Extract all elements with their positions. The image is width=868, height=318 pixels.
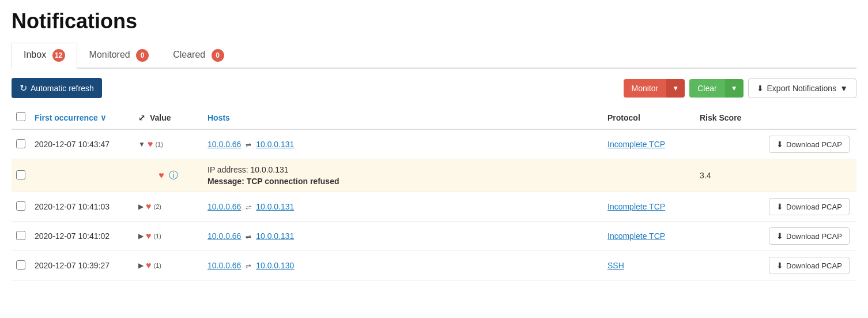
row-timestamp: 2020-12-07 10:41:02 bbox=[30, 222, 134, 251]
host-from-link[interactable]: 10.0.0.66 bbox=[207, 202, 241, 211]
download-icon: ⬇ bbox=[757, 84, 764, 93]
host-from-link[interactable]: 10.0.0.66 bbox=[207, 140, 241, 149]
host-to-link[interactable]: 10.0.0.131 bbox=[256, 202, 294, 211]
expanded-info-cell: IP address: 10.0.0.131 Message: TCP conn… bbox=[203, 159, 695, 192]
toolbar-right: Monitor ▼ Clear ▼ ⬇ Export Notifications… bbox=[624, 78, 856, 98]
expand-resize-icon: ⤢ bbox=[138, 113, 145, 122]
row-checkbox-cell bbox=[12, 251, 30, 280]
protocol-link[interactable]: SSH bbox=[607, 261, 624, 270]
col-first-label: First occurrence bbox=[35, 113, 98, 122]
export-button[interactable]: ⬇ Export Notifications ▼ bbox=[748, 78, 856, 98]
row-count-badge: (1) bbox=[155, 141, 163, 148]
heart-icon: ♥ bbox=[146, 231, 152, 241]
protocol-link[interactable]: Incomplete TCP bbox=[607, 231, 665, 241]
row-protocol-cell: SSH bbox=[603, 251, 695, 280]
toolbar: ↻ Automatic refresh Monitor ▼ Clear ▼ ⬇ … bbox=[12, 78, 856, 98]
expanded-icons-cell: ♥ ⓘ bbox=[134, 159, 203, 192]
host-to-link[interactable]: 10.0.0.130 bbox=[256, 261, 294, 270]
page-container: Notifications Inbox 12 Monitored 0 Clear… bbox=[0, 0, 868, 290]
col-protocol-header: Protocol bbox=[603, 106, 695, 129]
row-value-cell: ▶ ♥ (1) bbox=[134, 251, 203, 280]
monitor-dropdown-button[interactable]: ▼ bbox=[666, 79, 685, 98]
monitor-button-group: Monitor ▼ bbox=[624, 79, 685, 98]
row-checkbox-cell bbox=[12, 129, 30, 159]
monitor-main-button[interactable]: Monitor bbox=[624, 79, 667, 98]
auto-refresh-button[interactable]: ↻ Automatic refresh bbox=[12, 78, 102, 98]
row-action-cell: ⬇ Download PCAP bbox=[764, 129, 856, 159]
tab-inbox-label: Inbox bbox=[24, 50, 46, 59]
hosts-arrow-icon: ⇌ bbox=[246, 262, 251, 270]
expanded-msg: Message: TCP connection refused bbox=[207, 177, 690, 186]
table-row: 2020-12-07 10:39:27 ▶ ♥ (1) 10.0.0.66 ⇌ … bbox=[12, 251, 856, 280]
hosts-arrow-icon: ⇌ bbox=[246, 203, 251, 211]
download-pcap-button[interactable]: ⬇ Download PCAP bbox=[769, 257, 850, 274]
download-pcap-button[interactable]: ⬇ Download PCAP bbox=[769, 198, 850, 215]
download-pcap-button[interactable]: ⬇ Download PCAP bbox=[769, 136, 850, 153]
select-all-checkbox[interactable] bbox=[16, 112, 25, 121]
risk-score-value: 3.4 bbox=[700, 171, 711, 180]
protocol-link[interactable]: Incomplete TCP bbox=[607, 202, 665, 211]
tab-monitored[interactable]: Monitored 0 bbox=[77, 43, 161, 69]
hosts-arrow-icon: ⇌ bbox=[246, 233, 251, 241]
col-value-header: ⤢ Value bbox=[134, 106, 203, 129]
expanded-risk-cell: 3.4 bbox=[695, 159, 764, 192]
tab-cleared-label: Cleared bbox=[173, 50, 205, 59]
row-hosts-cell: 10.0.0.66 ⇌ 10.0.0.130 bbox=[203, 251, 603, 280]
tab-inbox[interactable]: Inbox 12 bbox=[12, 43, 77, 69]
row-expand-button[interactable]: ▶ bbox=[138, 203, 144, 211]
col-risk-label: Risk Score bbox=[700, 113, 741, 122]
col-hosts-header[interactable]: Hosts bbox=[203, 106, 603, 129]
row-expand-button[interactable]: ▶ bbox=[138, 261, 144, 270]
row-value-cell: ▼ ♥ (1) bbox=[134, 129, 203, 159]
export-label: Export Notifications bbox=[767, 84, 837, 93]
host-to-link[interactable]: 10.0.0.131 bbox=[256, 140, 294, 149]
row-expand-button[interactable]: ▶ bbox=[138, 232, 144, 240]
table-row: 2020-12-07 10:43:47 ▼ ♥ (1) 10.0.0.66 ⇌ … bbox=[12, 129, 856, 159]
table-row: 2020-12-07 10:41:02 ▶ ♥ (1) 10.0.0.66 ⇌ … bbox=[12, 222, 856, 251]
row-checkbox[interactable] bbox=[16, 260, 25, 270]
download-pcap-label: Download PCAP bbox=[786, 261, 842, 270]
col-first-occurrence[interactable]: First occurrence ∨ bbox=[30, 106, 134, 129]
expanded-row-checkbox[interactable] bbox=[16, 170, 25, 179]
col-risk-header: Risk Score bbox=[695, 106, 764, 129]
row-risk-cell bbox=[695, 251, 764, 280]
heart-icon: ♥ bbox=[146, 201, 152, 212]
row-protocol-cell: Incomplete TCP bbox=[603, 192, 695, 222]
expanded-heart-icon: ♥ bbox=[158, 170, 164, 180]
expanded-action-cell bbox=[764, 159, 856, 192]
host-from-link[interactable]: 10.0.0.66 bbox=[207, 261, 241, 270]
row-timestamp: 2020-12-07 10:39:27 bbox=[30, 251, 134, 280]
row-hosts-cell: 10.0.0.66 ⇌ 10.0.0.131 bbox=[203, 129, 603, 159]
host-to-link[interactable]: 10.0.0.131 bbox=[256, 231, 294, 241]
download-pcap-button[interactable]: ⬇ Download PCAP bbox=[769, 227, 850, 245]
download-pcap-icon: ⬇ bbox=[776, 261, 783, 270]
clear-dropdown-button[interactable]: ▼ bbox=[725, 79, 744, 98]
host-from-link[interactable]: 10.0.0.66 bbox=[207, 231, 241, 241]
expanded-checkbox-cell bbox=[12, 159, 30, 192]
row-count-badge: (1) bbox=[154, 262, 161, 269]
row-risk-cell bbox=[695, 129, 764, 159]
protocol-link[interactable]: Incomplete TCP bbox=[607, 140, 665, 149]
row-value-cell: ▶ ♥ (1) bbox=[134, 222, 203, 251]
notifications-table: First occurrence ∨ ⤢ Value Hosts Protoco… bbox=[12, 106, 856, 280]
hosts-arrow-icon: ⇌ bbox=[246, 141, 251, 149]
row-risk-cell bbox=[695, 222, 764, 251]
row-checkbox[interactable] bbox=[16, 231, 25, 240]
select-all-cell bbox=[12, 106, 30, 129]
tab-monitored-badge: 0 bbox=[136, 49, 149, 62]
table-header-row: First occurrence ∨ ⤢ Value Hosts Protoco… bbox=[12, 106, 856, 129]
tab-cleared[interactable]: Cleared 0 bbox=[161, 43, 236, 69]
download-pcap-label: Download PCAP bbox=[786, 232, 842, 241]
row-expand-button[interactable]: ▼ bbox=[138, 140, 145, 148]
clear-main-button[interactable]: Clear bbox=[689, 79, 724, 98]
row-checkbox[interactable] bbox=[16, 201, 25, 211]
page-title: Notifications bbox=[12, 9, 856, 33]
download-pcap-icon: ⬇ bbox=[776, 202, 783, 211]
col-value-label: Value bbox=[150, 113, 171, 122]
row-action-cell: ⬇ Download PCAP bbox=[764, 251, 856, 280]
expanded-empty-timestamp bbox=[30, 159, 134, 192]
table-row: 2020-12-07 10:41:03 ▶ ♥ (2) 10.0.0.66 ⇌ … bbox=[12, 192, 856, 222]
row-action-cell: ⬇ Download PCAP bbox=[764, 222, 856, 251]
row-checkbox[interactable] bbox=[16, 139, 25, 148]
row-protocol-cell: Incomplete TCP bbox=[603, 222, 695, 251]
